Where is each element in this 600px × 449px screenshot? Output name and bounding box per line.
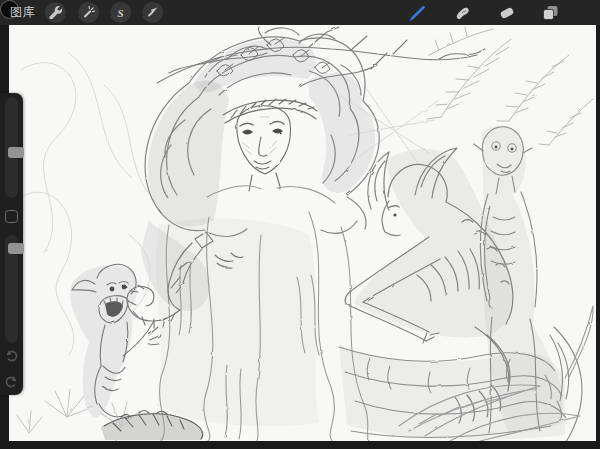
selection-button[interactable]: S [110, 2, 131, 23]
transform-button[interactable] [142, 2, 163, 23]
modify-button[interactable] [5, 210, 18, 223]
smudge-finger-icon [453, 3, 473, 23]
undo-arrow-icon[interactable] [4, 348, 19, 363]
paint-tool-button[interactable] [407, 2, 429, 24]
magic-wand-icon [82, 6, 95, 19]
brush-size-slider[interactable] [5, 97, 18, 198]
erase-tool-button[interactable] [496, 2, 518, 24]
brush-stroke-icon [408, 3, 428, 23]
opacity-slider[interactable] [5, 235, 18, 343]
brush-sidebar [0, 93, 23, 395]
actions-button[interactable] [45, 2, 66, 23]
transform-arrow-icon [146, 6, 159, 19]
artwork-sketch [9, 25, 596, 441]
procreate-window: 图库 S [0, 0, 600, 449]
layers-button[interactable] [539, 2, 561, 24]
drawing-canvas[interactable] [9, 25, 596, 441]
opacity-slider-handle[interactable] [8, 243, 24, 254]
smudge-tool-button[interactable] [452, 2, 474, 24]
layers-icon [540, 3, 560, 23]
wrench-icon [49, 6, 62, 19]
adjustments-button[interactable] [78, 2, 99, 23]
top-toolbar: 图库 S [0, 0, 600, 25]
selection-s-icon: S [117, 6, 123, 18]
gallery-button[interactable]: 图库 [10, 0, 35, 25]
brush-size-slider-handle[interactable] [8, 147, 24, 158]
redo-arrow-icon[interactable] [4, 374, 19, 389]
eraser-icon [497, 3, 517, 23]
